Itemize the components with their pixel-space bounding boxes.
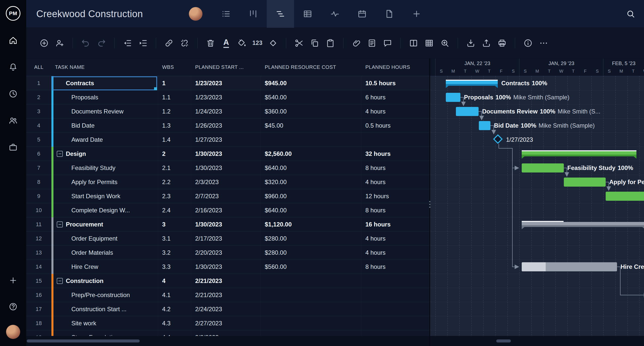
attach-button[interactable] <box>350 36 363 50</box>
grid-button[interactable] <box>423 36 436 50</box>
task-name-cell[interactable]: Proposals <box>51 90 158 104</box>
wbs-cell[interactable]: 4.3 <box>158 316 191 330</box>
tab-sheet[interactable] <box>294 0 321 28</box>
task-name-cell[interactable]: Contracts <box>51 76 158 90</box>
planned-hours-cell[interactable] <box>361 330 429 336</box>
assign-button[interactable] <box>53 36 66 50</box>
planned-start-cell[interactable]: 1/26/2023 <box>191 119 261 133</box>
planned-cost-cell[interactable]: $45.00 <box>261 119 361 133</box>
col-header-planned-start[interactable]: PLANNED START ... <box>191 64 261 70</box>
wbs-cell[interactable]: 4.4 <box>158 330 191 336</box>
planned-start-cell[interactable]: 2/17/2023 <box>191 232 261 246</box>
planned-hours-cell[interactable]: 10.5 hours <box>361 76 429 90</box>
copy-button[interactable] <box>308 36 321 50</box>
more-button[interactable] <box>537 36 550 50</box>
planned-cost-cell[interactable]: $540.00 <box>261 90 361 104</box>
col-header-planned-hours[interactable]: PLANNED HOURS <box>361 64 429 70</box>
task-name-cell[interactable]: Start Design Work <box>51 189 158 203</box>
help-button[interactable] <box>5 299 21 315</box>
table-row[interactable]: 6Design21/30/2023$2,560.0032 hours <box>26 147 429 161</box>
task-name-cell[interactable]: Procurement <box>51 217 158 232</box>
table-row[interactable]: 5Award Date1.41/27/2023 <box>26 133 429 147</box>
planned-hours-cell[interactable] <box>361 274 429 288</box>
planned-hours-cell[interactable]: 8 hours <box>361 203 429 217</box>
briefcase-button[interactable] <box>5 139 21 155</box>
tab-activity[interactable] <box>321 0 348 28</box>
tab-calendar[interactable] <box>348 0 376 28</box>
tab-list[interactable] <box>212 0 240 28</box>
search-button[interactable] <box>625 8 636 20</box>
planned-cost-cell[interactable]: $560.00 <box>261 260 361 274</box>
collapse-toggle[interactable] <box>57 151 63 157</box>
delete-button[interactable] <box>204 36 217 50</box>
user-avatar[interactable] <box>6 325 20 339</box>
gantt-summary-bar[interactable] <box>446 80 498 86</box>
table-row[interactable]: 8Apply for Permits2.22/3/2023$320.004 ho… <box>26 175 429 189</box>
planned-start-cell[interactable]: 1/30/2023 <box>191 217 261 232</box>
planned-hours-cell[interactable]: 12 hours <box>361 189 429 203</box>
task-name-cell[interactable]: Construction <box>51 274 158 288</box>
task-name-cell[interactable]: Order Equipment <box>51 232 158 246</box>
text-color-button[interactable]: A <box>220 36 233 50</box>
grid-hscroll-thumb[interactable] <box>27 339 140 342</box>
gantt-summary-bar[interactable] <box>522 150 636 156</box>
fill-button[interactable] <box>235 36 248 50</box>
planned-cost-cell[interactable]: $2,560.00 <box>261 147 361 161</box>
splitter-grip-icon[interactable] <box>429 199 431 210</box>
wbs-cell[interactable]: 3.1 <box>158 232 191 246</box>
export-button[interactable] <box>480 36 493 50</box>
wbs-cell[interactable]: 4.2 <box>158 302 191 316</box>
planned-start-cell[interactable]: 3/2/2023 <box>191 330 261 336</box>
planned-cost-cell[interactable]: $280.00 <box>261 246 361 260</box>
planned-cost-cell[interactable]: $360.00 <box>261 104 361 119</box>
tab-doc[interactable] <box>376 0 403 28</box>
table-row[interactable]: 16Prep/Pre-construction4.12/21/2023 <box>26 288 429 302</box>
gantt-task-bar[interactable] <box>564 178 606 187</box>
planned-hours-cell[interactable]: 4 hours <box>361 175 429 189</box>
planned-start-cell[interactable]: 1/30/2023 <box>191 161 261 175</box>
planned-start-cell[interactable]: 2/7/2023 <box>191 189 261 203</box>
task-name-cell[interactable]: Order Materials <box>51 246 158 260</box>
tab-board[interactable] <box>240 0 267 28</box>
gantt-summary-bar[interactable] <box>522 221 644 227</box>
paste-button[interactable] <box>324 36 337 50</box>
redo-button[interactable] <box>95 36 108 50</box>
table-row[interactable]: 14Hire Crew3.31/30/2023$560.008 hours <box>26 260 429 274</box>
gantt-milestone[interactable] <box>493 134 503 144</box>
task-name-cell[interactable]: Bid Date <box>51 119 158 133</box>
zoom-in-button[interactable] <box>438 36 451 50</box>
wbs-cell[interactable]: 2.4 <box>158 203 191 217</box>
task-name-cell[interactable]: Hire Crew <box>51 260 158 274</box>
link-button[interactable] <box>162 36 175 50</box>
table-row[interactable]: 11Procurement31/30/2023$1,120.0016 hours <box>26 217 429 232</box>
indent-button[interactable] <box>136 36 150 50</box>
filter-all-dropdown[interactable]: ALL <box>26 64 51 70</box>
planned-start-cell[interactable]: 2/21/2023 <box>191 288 261 302</box>
planned-start-cell[interactable]: 2/16/2023 <box>191 203 261 217</box>
task-name-cell[interactable]: Stone Foundation <box>51 330 158 336</box>
wbs-cell[interactable]: 1.3 <box>158 119 191 133</box>
task-name-cell[interactable]: Documents Review <box>51 104 158 119</box>
task-name-cell[interactable]: Complete Design W... <box>51 203 158 217</box>
task-name-cell[interactable]: Site work <box>51 316 158 330</box>
col-header-wbs[interactable]: WBS <box>158 64 191 70</box>
planned-hours-cell[interactable]: 0.5 hours <box>361 119 429 133</box>
table-row[interactable]: 7Feasibility Study2.11/30/2023$640.008 h… <box>26 161 429 175</box>
wbs-cell[interactable]: 1.2 <box>158 104 191 119</box>
wbs-cell[interactable]: 1.1 <box>158 90 191 104</box>
task-name-cell[interactable]: Award Date <box>51 133 158 147</box>
info-button[interactable] <box>521 36 535 50</box>
table-row[interactable]: 2Proposals1.11/23/2023$540.006 hours <box>26 90 429 104</box>
planned-start-cell[interactable]: 2/3/2023 <box>191 175 261 189</box>
planned-cost-cell[interactable] <box>261 302 361 316</box>
planned-hours-cell[interactable]: 32 hours <box>361 147 429 161</box>
task-name-cell[interactable]: Feasibility Study <box>51 161 158 175</box>
tab-plus[interactable] <box>403 0 430 28</box>
planned-hours-cell[interactable]: 4 hours <box>361 232 429 246</box>
planned-cost-cell[interactable]: $945.00 <box>261 76 361 90</box>
planned-cost-cell[interactable] <box>261 133 361 147</box>
planned-cost-cell[interactable]: $640.00 <box>261 203 361 217</box>
collapse-toggle[interactable] <box>57 221 63 227</box>
planned-start-cell[interactable]: 1/23/2023 <box>191 76 261 90</box>
gantt-task-bar[interactable] <box>606 192 644 201</box>
